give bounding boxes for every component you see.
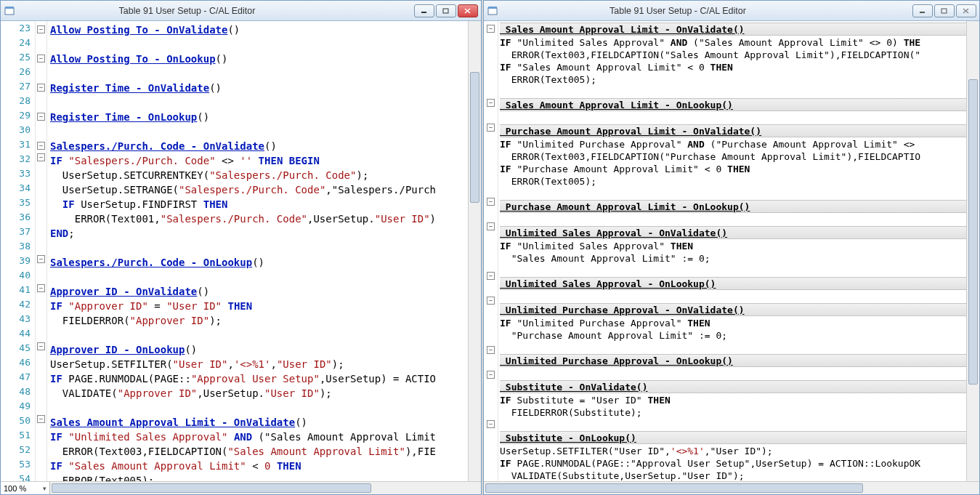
code-area-right[interactable]: Sales Amount Approval Limit - OnValidate… bbox=[498, 21, 966, 481]
fold-toggle[interactable]: − bbox=[37, 142, 45, 150]
code-line[interactable]: IF "Unlimited Purchase Approval" THEN bbox=[500, 317, 966, 329]
code-line[interactable]: ERROR(Text005); bbox=[500, 73, 966, 86]
code-area-left[interactable]: Allow Posting To - OnValidate()Allow Pos… bbox=[47, 21, 468, 481]
code-line[interactable] bbox=[500, 419, 966, 431]
fold-toggle[interactable]: − bbox=[37, 284, 45, 292]
code-line[interactable]: ERROR(Text003,FIELDCAPTION("Sales Amount… bbox=[50, 444, 468, 459]
code-line[interactable]: Salespers./Purch. Code - OnValidate() bbox=[50, 139, 468, 153]
maximize-button[interactable] bbox=[934, 4, 955, 17]
code-line[interactable] bbox=[50, 66, 468, 81]
code-line[interactable]: IF "Unlimited Sales Approval" THEN bbox=[500, 240, 966, 252]
horizontal-scrollbar[interactable] bbox=[484, 482, 979, 494]
code-line[interactable]: Register Time - OnValidate() bbox=[50, 81, 468, 95]
fold-toggle[interactable]: − bbox=[37, 255, 45, 263]
code-line[interactable] bbox=[50, 241, 468, 255]
code-line[interactable]: UserSetup.SETFILTER("User ID",'<>%1',"Us… bbox=[500, 445, 966, 457]
code-line[interactable]: IF "Salespers./Purch. Code" <> '' THEN B… bbox=[50, 153, 468, 168]
code-line[interactable]: IF "Sales Amount Approval Limit" < 0 THE… bbox=[500, 61, 966, 73]
code-line[interactable]: ERROR(Text005); bbox=[500, 175, 966, 188]
procedure-header[interactable]: Unlimited Purchase Approval - OnLookup() bbox=[500, 354, 966, 367]
code-line[interactable] bbox=[500, 112, 966, 124]
code-line[interactable]: VALIDATE("Approver ID",UserSetup."User I… bbox=[50, 386, 468, 401]
procedure-header[interactable]: Sales Amount Approval Limit - OnValidate… bbox=[500, 23, 966, 36]
fold-toggle[interactable]: − bbox=[37, 55, 45, 63]
procedure-header[interactable]: Purchase Amount Approval Limit - OnLooku… bbox=[500, 200, 966, 213]
code-line[interactable]: IF "Unlimited Purchase Approval" AND ("P… bbox=[500, 138, 966, 150]
procedure-header[interactable]: Substitute - OnValidate() bbox=[500, 380, 966, 393]
maximize-button[interactable] bbox=[436, 4, 456, 17]
minimize-button[interactable] bbox=[414, 4, 434, 17]
titlebar-right[interactable]: Table 91 User Setup - C/AL Editor bbox=[484, 1, 979, 21]
titlebar-left[interactable]: Table 91 User Setup - C/AL Editor bbox=[1, 1, 481, 21]
code-line[interactable]: END; bbox=[50, 226, 468, 241]
code-line[interactable]: IF UserSetup.FINDFIRST THEN bbox=[50, 197, 468, 212]
fold-toggle[interactable]: − bbox=[37, 25, 45, 33]
code-line[interactable]: Register Time - OnLookup() bbox=[50, 110, 468, 124]
fold-toggle[interactable]: − bbox=[487, 222, 495, 230]
code-line[interactable]: Salespers./Purch. Code - OnLookup() bbox=[50, 255, 468, 270]
code-line[interactable]: "Purchase Amount Approval Limit" := 0; bbox=[500, 329, 966, 342]
code-line[interactable]: ERROR(Text003,FIELDCAPTION("Purchase Amo… bbox=[500, 150, 966, 163]
fold-toggle[interactable]: − bbox=[487, 198, 495, 206]
code-line[interactable]: UserSetup.SETCURRENTKEY("Salespers./Purc… bbox=[50, 168, 468, 182]
fold-toggle[interactable]: − bbox=[487, 297, 495, 305]
code-line[interactable]: IF "Sales Amount Approval Limit" < 0 THE… bbox=[50, 459, 468, 473]
hscroll-thumb[interactable] bbox=[485, 483, 863, 493]
fold-toggle[interactable]: − bbox=[487, 25, 495, 33]
code-line[interactable] bbox=[50, 270, 468, 284]
code-line[interactable]: IF Substitute = "User ID" THEN bbox=[500, 394, 966, 406]
code-line[interactable] bbox=[50, 328, 468, 342]
code-line[interactable]: IF "Purchase Amount Approval Limit" < 0 … bbox=[500, 163, 966, 175]
code-line[interactable]: IF "Unlimited Sales Approval" AND ("Sale… bbox=[500, 36, 966, 49]
fold-toggle[interactable]: − bbox=[487, 346, 495, 354]
zoom-selector[interactable]: 100 % ▾ bbox=[1, 482, 50, 494]
code-line[interactable]: ERROR(Text005); bbox=[50, 473, 468, 481]
code-line[interactable]: ERROR(Text003,FIELDCAPTION("Sales Amount… bbox=[500, 49, 966, 61]
code-line[interactable]: Allow Posting To - OnValidate() bbox=[50, 23, 468, 37]
code-line[interactable] bbox=[50, 95, 468, 110]
procedure-header[interactable]: Substitute - OnLookup() bbox=[500, 431, 966, 444]
horizontal-scrollbar[interactable] bbox=[50, 482, 481, 494]
code-line[interactable] bbox=[500, 368, 966, 380]
code-line[interactable]: UserSetup.SETFILTER("User ID",'<>%1',"Us… bbox=[50, 357, 468, 371]
close-button[interactable] bbox=[458, 4, 478, 17]
code-line[interactable] bbox=[500, 291, 966, 303]
procedure-header[interactable]: Unlimited Sales Approval - OnValidate() bbox=[500, 226, 966, 239]
code-line[interactable]: IF PAGE.RUNMODAL(PAGE::"Approval User Se… bbox=[50, 371, 468, 386]
code-line[interactable] bbox=[500, 214, 966, 226]
fold-toggle[interactable]: − bbox=[37, 415, 45, 423]
code-line[interactable]: Allow Posting To - OnLookup() bbox=[50, 52, 468, 66]
code-line[interactable]: ERROR(Text001,"Salespers./Purch. Code",U… bbox=[50, 212, 468, 226]
code-line[interactable] bbox=[500, 342, 966, 354]
code-line[interactable]: Approver ID - OnLookup() bbox=[50, 342, 468, 357]
code-line[interactable] bbox=[500, 86, 966, 98]
fold-toggle[interactable]: − bbox=[37, 153, 45, 161]
code-line[interactable]: UserSetup.SETRANGE("Salespers./Purch. Co… bbox=[50, 182, 468, 197]
vertical-scrollbar[interactable] bbox=[966, 21, 979, 481]
procedure-header[interactable]: Purchase Amount Approval Limit - OnValid… bbox=[500, 124, 966, 137]
close-button[interactable] bbox=[956, 4, 976, 17]
code-line[interactable]: IF PAGE.RUNMODAL(PAGE::"Approval User Se… bbox=[500, 457, 966, 470]
code-line[interactable]: VALIDATE(Substitute,UserSetup."User ID")… bbox=[500, 470, 966, 481]
code-line[interactable]: FIELDERROR(Substitute); bbox=[500, 406, 966, 419]
code-line[interactable] bbox=[500, 265, 966, 277]
scroll-thumb[interactable] bbox=[470, 72, 479, 203]
code-line[interactable]: FIELDERROR("Approver ID"); bbox=[50, 313, 468, 328]
hscroll-thumb[interactable] bbox=[52, 483, 371, 493]
fold-toggle[interactable]: − bbox=[487, 99, 495, 107]
fold-toggle[interactable]: − bbox=[487, 371, 495, 379]
code-line[interactable] bbox=[50, 124, 468, 139]
fold-toggle[interactable]: − bbox=[487, 124, 495, 132]
fold-toggle[interactable]: − bbox=[37, 342, 45, 350]
vertical-scrollbar[interactable] bbox=[468, 21, 481, 481]
code-line[interactable]: Approver ID - OnValidate() bbox=[50, 284, 468, 299]
fold-toggle[interactable]: − bbox=[487, 420, 495, 428]
fold-toggle[interactable]: − bbox=[37, 113, 45, 121]
code-line[interactable] bbox=[500, 188, 966, 200]
code-line[interactable]: IF "Unlimited Sales Approval" AND ("Sale… bbox=[50, 430, 468, 444]
code-line[interactable]: Sales Amount Approval Limit - OnValidate… bbox=[50, 415, 468, 430]
code-line[interactable] bbox=[50, 37, 468, 52]
code-line[interactable]: IF "Approver ID" = "User ID" THEN bbox=[50, 299, 468, 313]
procedure-header[interactable]: Unlimited Sales Approval - OnLookup() bbox=[500, 277, 966, 290]
procedure-header[interactable]: Unlimited Purchase Approval - OnValidate… bbox=[500, 303, 966, 316]
